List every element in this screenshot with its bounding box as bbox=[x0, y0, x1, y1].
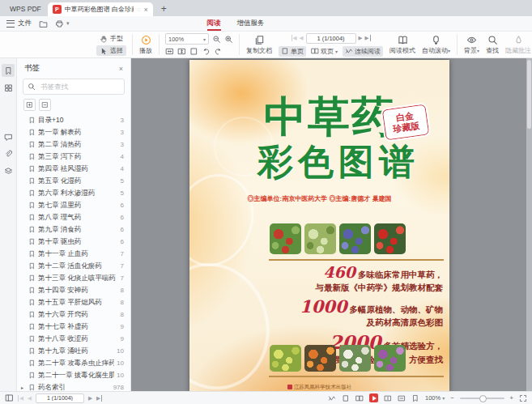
fit-width-button[interactable] bbox=[398, 394, 406, 402]
vertical-scrollbar[interactable] bbox=[526, 58, 532, 391]
bookmark-item[interactable]: ▸ 第三章 泻下药 4 bbox=[17, 151, 130, 163]
next-page-button[interactable]: ▶ bbox=[88, 395, 92, 402]
document-view[interactable]: 中草药 彩色图谱 白金 珍藏版 ◎主编单位:南京中医药大学 ◎主编:唐德才 巢建… bbox=[131, 58, 532, 391]
select-tool-button[interactable]: 选择 bbox=[96, 45, 126, 56]
zoom-select[interactable]: 100% ▾ bbox=[425, 394, 445, 402]
file-menu[interactable]: 文件 bbox=[18, 19, 32, 28]
find-button[interactable]: 查找 bbox=[483, 34, 502, 56]
continuous-read-button[interactable]: 连续阅读 bbox=[343, 46, 383, 57]
cover-photo-row-1 bbox=[270, 223, 406, 254]
read-mode-button[interactable]: 阅读模式 bbox=[386, 34, 419, 56]
zoom-select[interactable]: 100% ▾ bbox=[165, 33, 209, 45]
bookmark-item[interactable]: ▸ 药名索引 978 bbox=[17, 381, 130, 391]
scrollbar-thumb[interactable] bbox=[527, 60, 531, 129]
first-page-button[interactable]: ◀ bbox=[18, 395, 23, 402]
tab-read[interactable]: 阅读 bbox=[206, 16, 223, 31]
rotate-right-button[interactable] bbox=[214, 47, 223, 56]
open-folder-icon[interactable] bbox=[39, 19, 48, 28]
bookmark-current-button[interactable] bbox=[411, 394, 419, 402]
zoom-slider-thumb[interactable] bbox=[479, 395, 487, 402]
bookmarks-panel: 书签 × ▸ 目录+10 3 ▸ 第一章 解表药 3 ▸ bbox=[17, 58, 131, 391]
fit-page-button[interactable] bbox=[384, 394, 392, 402]
bookmark-item[interactable]: ▸ 第二章 清热药 3 bbox=[17, 138, 130, 151]
sidebar-toggle-button[interactable] bbox=[5, 393, 14, 402]
bookmark-item[interactable]: ▸ 第四章 祛风湿药 4 bbox=[17, 163, 130, 175]
zoom-in-button[interactable] bbox=[224, 35, 233, 44]
bookmark-icon bbox=[28, 129, 36, 136]
bookmark-search-box[interactable] bbox=[23, 79, 125, 95]
bookmark-page: 4 bbox=[121, 153, 124, 160]
bookmark-item[interactable]: ▸ 第二十章 攻毒杀虫止痒药 10 bbox=[17, 357, 130, 369]
next-page-button[interactable]: ▶ bbox=[359, 35, 363, 41]
zoom-out-button[interactable] bbox=[212, 35, 221, 44]
bookmark-item[interactable]: ▸ 第十章 驱虫药 6 bbox=[17, 236, 130, 248]
collapse-all-button[interactable] bbox=[39, 99, 51, 111]
bookmark-item[interactable]: ▸ 第十二章 活血化瘀药 7 bbox=[17, 260, 130, 272]
bookmark-item[interactable]: ▸ 第八章 理气药 6 bbox=[17, 211, 130, 223]
bookmark-item[interactable]: ▸ 第一章 解表药 3 bbox=[17, 126, 130, 138]
page-number-input[interactable] bbox=[36, 393, 84, 403]
bookmark-search-input[interactable] bbox=[39, 82, 120, 91]
bookmark-item[interactable]: ▸ 第二十一章 拔毒化腐生肌药 10 bbox=[17, 369, 130, 381]
comments-panel-button[interactable] bbox=[2, 130, 15, 143]
layers-panel-button[interactable] bbox=[2, 164, 15, 177]
panel-close-icon[interactable]: × bbox=[119, 65, 123, 73]
bookmark-item[interactable]: ▸ 第十六章 开窍药 8 bbox=[17, 308, 130, 321]
fit-width-button[interactable] bbox=[165, 47, 174, 56]
background-button[interactable]: 背景▾ bbox=[461, 34, 483, 56]
bookmark-item[interactable]: ▸ 第十四章 安神药 8 bbox=[17, 284, 130, 296]
yellow-green-blooms-photo bbox=[270, 345, 301, 372]
first-page-button[interactable]: ◀ bbox=[292, 35, 297, 41]
expand-all-button[interactable] bbox=[23, 99, 36, 111]
double-page-button[interactable] bbox=[355, 394, 364, 402]
actual-size-button[interactable] bbox=[189, 47, 198, 56]
search-icon bbox=[28, 83, 36, 91]
print-icon[interactable] bbox=[55, 19, 64, 28]
rotate-left-button[interactable] bbox=[202, 47, 211, 56]
play-button[interactable]: 播放 bbox=[136, 34, 155, 56]
double-page-button[interactable]: 双页 ▾ bbox=[309, 46, 340, 57]
bookmark-item[interactable]: ▸ 第十三章 化痰止咳平喘药 7 bbox=[17, 272, 130, 284]
bookmark-page: 8 bbox=[121, 287, 124, 294]
hamburger-icon[interactable] bbox=[6, 20, 15, 28]
tab-close-icon[interactable]: × bbox=[143, 6, 147, 14]
bookmark-item[interactable]: ▸ 第十五章 平肝熄风药 8 bbox=[17, 296, 130, 308]
single-page-button[interactable]: 单页 bbox=[279, 46, 306, 57]
app-menu-button[interactable]: WPS PDF bbox=[3, 5, 48, 16]
fullscreen-button[interactable] bbox=[519, 394, 527, 402]
last-page-button[interactable]: ▶ bbox=[365, 35, 371, 41]
platinum-edition-badge: 白金 珍藏版 bbox=[382, 104, 430, 140]
bookmark-item[interactable]: ▸ 第七章 温里药 6 bbox=[17, 199, 130, 211]
document-tab[interactable]: P 中草药彩色图谱 白金珍藏版... ◌ × bbox=[48, 2, 153, 16]
fit-page-button[interactable] bbox=[177, 47, 186, 56]
bookmark-item[interactable]: ▸ 第五章 化湿药 5 bbox=[17, 175, 130, 187]
attachments-panel-button[interactable] bbox=[2, 147, 15, 160]
bookmark-item[interactable]: ▸ 第九章 消食药 6 bbox=[17, 223, 130, 236]
copy-document-button[interactable]: 复制文档 bbox=[243, 34, 275, 56]
bookmark-item[interactable]: ▸ 第十一章 止血药 7 bbox=[17, 248, 130, 260]
bookmark-item[interactable]: ▸ 目录+10 3 bbox=[17, 114, 130, 126]
play-button[interactable] bbox=[369, 393, 378, 402]
hand-tool-button[interactable]: 手型 bbox=[96, 33, 126, 44]
page-number-input[interactable] bbox=[306, 33, 356, 44]
zoom-out-button[interactable]: − bbox=[450, 394, 453, 402]
new-tab-button[interactable]: + bbox=[161, 3, 167, 15]
menu-caret-icon[interactable]: ▾ bbox=[66, 20, 70, 27]
hide-annotations-button[interactable]: 隐藏批注 bbox=[502, 34, 532, 56]
auto-scroll-button[interactable]: 自动滚动▾ bbox=[419, 34, 453, 56]
prev-page-button[interactable]: ◀ bbox=[28, 395, 32, 402]
bookmark-expand-icon[interactable]: ▸ bbox=[21, 385, 26, 390]
single-page-button[interactable] bbox=[342, 394, 350, 402]
last-page-button[interactable]: ▶ bbox=[96, 395, 102, 402]
bookmark-item[interactable]: ▸ 第十八章 收涩药 9 bbox=[17, 333, 130, 345]
bookmark-item[interactable]: ▸ 第十九章 涌吐药 10 bbox=[17, 345, 130, 357]
zoom-in-button[interactable]: + bbox=[510, 394, 513, 402]
bookmarks-panel-button[interactable] bbox=[2, 64, 15, 77]
continuous-read-button[interactable] bbox=[328, 394, 336, 402]
bookmark-item[interactable]: ▸ 第六章 利水渗湿药 5 bbox=[17, 187, 130, 199]
zoom-slider[interactable] bbox=[460, 398, 504, 399]
thumbnails-panel-button[interactable] bbox=[2, 81, 15, 94]
tab-value-services[interactable]: 增值服务 bbox=[236, 16, 266, 31]
prev-page-button[interactable]: ◀ bbox=[300, 35, 304, 41]
bookmark-item[interactable]: ▸ 第十七章 补虚药 9 bbox=[17, 321, 130, 333]
